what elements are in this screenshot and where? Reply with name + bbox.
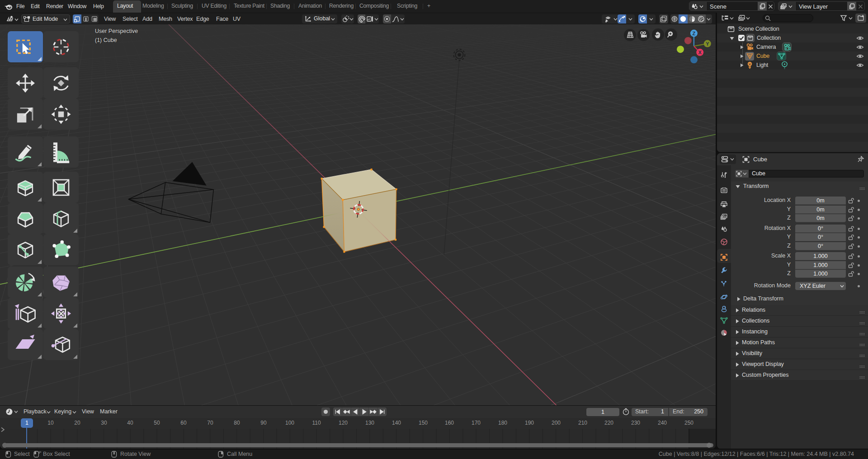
svg-text:Y: Y (706, 41, 709, 47)
svg-text:Z: Z (693, 31, 696, 36)
svg-text:X: X (698, 50, 702, 55)
